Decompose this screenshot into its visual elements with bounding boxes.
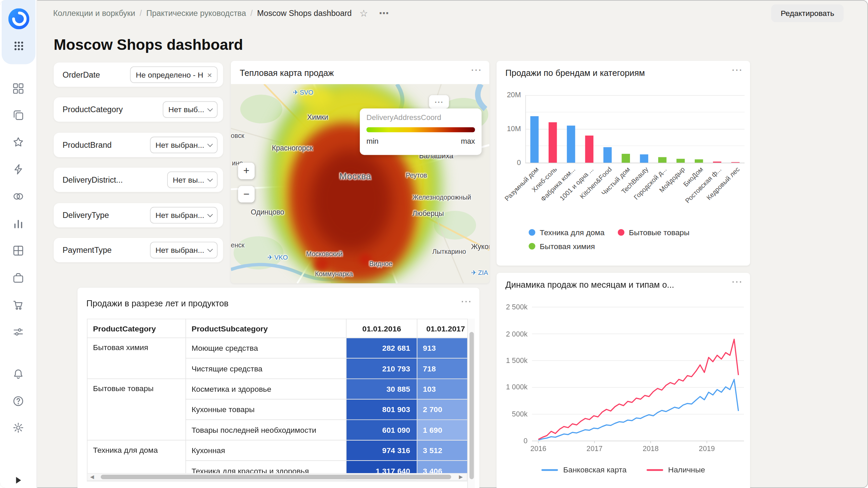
filter-productbrand: ProductBrand Нет выбран...: [54, 133, 223, 157]
bar-6[interactable]: [640, 155, 648, 163]
app-root: Коллекции и воркбуки / Практические руко…: [0, 0, 868, 488]
header-more-icon[interactable]: ⋯: [379, 7, 390, 19]
apps-grid-icon[interactable]: [13, 40, 24, 52]
filter-label: PaymentType: [62, 246, 112, 255]
column-header[interactable]: 01.01.2016: [346, 319, 417, 338]
notifications-bell-icon[interactable]: [12, 368, 24, 380]
services-settings-icon[interactable]: [12, 326, 24, 338]
filter-orderdate-control[interactable]: Не определено - Н ×: [130, 66, 217, 83]
column-header[interactable]: ProductSubcategory: [186, 319, 346, 338]
legend-label: Бытовая химия: [540, 242, 595, 250]
zoom-in-button[interactable]: +: [238, 163, 255, 179]
legend-item[interactable]: Бытовая химия: [529, 242, 595, 250]
charts-icon[interactable]: [12, 218, 24, 230]
help-icon[interactable]: [12, 395, 24, 407]
workbooks-icon[interactable]: [12, 109, 24, 121]
zoom-out-button[interactable]: −: [238, 186, 255, 203]
tables-icon[interactable]: [12, 245, 24, 257]
value-cell-2017: 913: [417, 338, 467, 358]
table-horizontal-scrollbar[interactable]: ◀ ▶: [87, 473, 467, 481]
filter-value: Не определено - Н: [136, 70, 203, 79]
value-cell-2016: 30 885: [346, 379, 417, 399]
legend-line-sample: [541, 469, 558, 471]
bar-10[interactable]: [713, 162, 721, 163]
subcategory-cell: Кухонная: [186, 440, 346, 461]
line-chart-widget: Динамика продаж по месяцам и типам о... …: [496, 273, 750, 488]
storage-icon[interactable]: [12, 272, 24, 284]
bar-5[interactable]: [622, 154, 630, 163]
filter-productbrand-control[interactable]: Нет выбран...: [150, 137, 218, 153]
bar-0[interactable]: [530, 116, 538, 163]
marketplace-cart-icon[interactable]: [12, 299, 24, 311]
breadcrumb-guides[interactable]: Практические руководства: [146, 9, 246, 18]
legend-item[interactable]: Банковская карта: [541, 465, 627, 474]
x-tick-label: 2017: [585, 444, 604, 452]
pivot-table: ProductCategoryProductSubcategory01.01.2…: [87, 319, 467, 481]
bar-8[interactable]: [676, 159, 685, 163]
datasets-icon[interactable]: [12, 190, 24, 203]
legend-title: DeliveryAddressCoord: [367, 114, 441, 122]
filter-paymenttype-control[interactable]: Нет выбран...: [150, 242, 218, 258]
settings-gear-icon[interactable]: [12, 422, 24, 434]
bar-11[interactable]: [731, 162, 739, 163]
favorite-star-icon[interactable]: ☆: [359, 7, 368, 19]
y-tick-label: 0: [496, 158, 521, 167]
widget-menu-icon[interactable]: ⋯: [731, 275, 744, 288]
breadcrumb: Коллекции и воркбуки / Практические руко…: [53, 7, 390, 19]
subcategory-cell: Чистящие средства: [186, 358, 346, 379]
quick-actions-icon[interactable]: [12, 163, 24, 176]
value-cell-2016: 282 681: [346, 338, 417, 358]
bar-4[interactable]: [604, 147, 612, 163]
legend-gradient: [367, 127, 475, 133]
widget-menu-icon[interactable]: ⋯: [731, 63, 744, 76]
legend-item[interactable]: Бытовые товары: [618, 228, 689, 237]
map-menu-button[interactable]: ⋯: [429, 95, 449, 108]
scroll-left-icon[interactable]: ◀: [90, 474, 94, 480]
widget-menu-icon[interactable]: ⋯: [460, 294, 473, 308]
sidebar: [0, 0, 37, 488]
chart-legend: Техника для домаБытовые товарыБытовая хи…: [529, 228, 724, 251]
legend-item[interactable]: Техника для дома: [529, 228, 605, 237]
scroll-right-icon[interactable]: ▶: [459, 474, 463, 480]
expand-panel-icon[interactable]: [16, 477, 21, 484]
y-tick-label: 1 000k: [503, 382, 528, 392]
chevron-down-icon: [208, 141, 213, 146]
map-canvas[interactable]: ✈SVOХимкиовскКрасногорскиноМоскваБалаших…: [231, 84, 489, 283]
value-cell-2016: 210 793: [346, 358, 417, 379]
legend-dot: [618, 229, 625, 236]
subcategory-cell: Товары последней необходимости: [186, 420, 346, 440]
value-cell-2017: 103: [417, 379, 467, 399]
breadcrumb-current: Moscow Shops dashboard: [257, 9, 352, 18]
table-vertical-scrollbar[interactable]: [467, 319, 475, 488]
bar-9[interactable]: [695, 159, 703, 163]
legend-item[interactable]: Наличные: [647, 465, 705, 474]
legend-line-sample: [647, 469, 663, 471]
value-cell-2016: 601 090: [346, 420, 417, 440]
y-tick-label: 0: [503, 436, 528, 446]
filter-deliverytype-control[interactable]: Нет выбран...: [150, 207, 218, 224]
favorites-icon[interactable]: [12, 136, 24, 148]
bar-7[interactable]: [658, 157, 666, 163]
filter-productcategory-control[interactable]: Нет выб...: [163, 101, 218, 118]
edit-button[interactable]: Редактировать: [771, 4, 844, 22]
filter-label: ProductCategory: [62, 105, 123, 114]
bar-2[interactable]: [567, 125, 575, 163]
scrollbar-thumb[interactable]: [101, 475, 451, 479]
widget-menu-icon[interactable]: ⋯: [471, 63, 483, 76]
x-tick-label: 2018: [641, 444, 660, 452]
dashboards-icon[interactable]: [12, 82, 24, 95]
filter-deliverydistrict-control[interactable]: Нет вы...: [167, 171, 217, 188]
value-cell-2016: 974 316: [346, 440, 417, 461]
column-header[interactable]: 01.01.2017: [417, 319, 467, 338]
column-header[interactable]: ProductCategory: [87, 319, 186, 338]
breadcrumb-collections[interactable]: Коллекции и воркбуки: [53, 9, 135, 18]
datalens-logo-icon[interactable]: [8, 8, 29, 29]
clear-icon[interactable]: ×: [207, 70, 212, 79]
scrollbar-thumb[interactable]: [469, 332, 474, 479]
x-axis-line: [525, 163, 745, 163]
bar-1[interactable]: [549, 122, 557, 163]
value-cell-2017: 718: [417, 358, 467, 379]
bar-3[interactable]: [585, 136, 593, 163]
value-cell-2017: 1 690: [417, 420, 467, 440]
filter-paymenttype: PaymentType Нет выбран...: [54, 238, 223, 262]
